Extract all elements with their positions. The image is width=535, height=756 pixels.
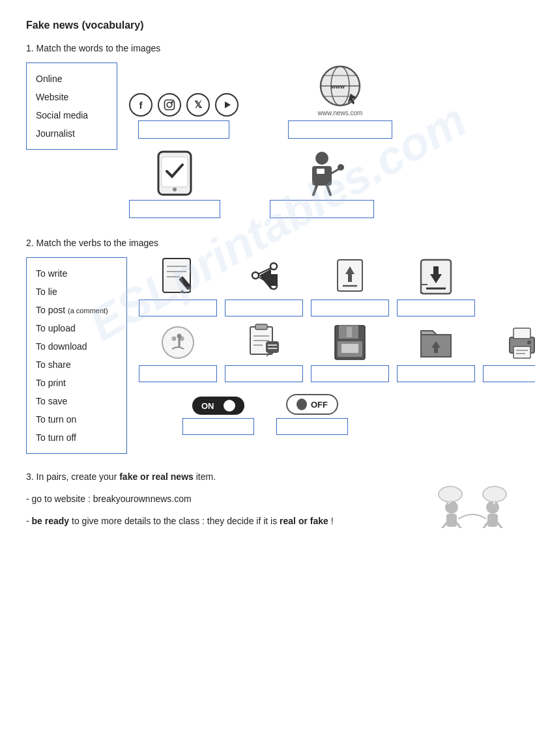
verbs-box: To write To lie To post (a comment) To u… [26,257,127,454]
section2-content: To write To lie To post (a comment) To u… [26,257,509,454]
vocab-item-4: Journalist [36,124,108,143]
post-icon [246,323,282,362]
answer-save[interactable] [311,365,389,382]
svg-point-41 [171,337,176,341]
folder-download-cell [397,323,475,382]
svg-line-74 [484,523,487,528]
svg-marker-3 [225,102,231,109]
section3-step2: - be ready to give more details to the c… [26,514,424,529]
journalist-icon [299,150,345,196]
post-cell [225,323,303,382]
share-icon [246,257,282,296]
verb-1: To write [36,264,117,283]
answer-upload[interactable] [311,300,389,316]
verb-images: ON OFF [139,257,535,454]
answer-online[interactable] [129,200,220,218]
vocab-item-3: Social media [36,106,108,124]
lie-cell [139,323,217,382]
save-cell [311,323,389,382]
svg-rect-58 [341,344,358,353]
phone-icon [155,150,194,196]
svg-point-40 [162,327,194,358]
svg-point-27 [252,272,259,279]
toggle-off-cell: OFF [276,394,348,435]
verb-8: To save [36,392,117,410]
answer-website[interactable] [288,120,392,139]
section3-instruction: 3. In pairs, create your fake or real ne… [26,469,424,485]
answer-share[interactable] [225,300,303,316]
svg-point-28 [270,263,277,270]
answer-folder[interactable] [397,365,475,382]
svg-point-14 [315,152,328,165]
svg-point-65 [527,341,531,344]
svg-point-13 [173,188,177,191]
section3-inner: 3. In pairs, create your fake or real ne… [26,469,509,535]
upload-cell [311,257,389,316]
svg-point-76 [483,486,506,502]
answer-download[interactable] [397,300,475,316]
download-icon [418,257,454,296]
off-label: OFF [311,400,328,410]
img-row-1: f 𝕏 [129,63,509,139]
share-cell [225,257,303,316]
svg-rect-61 [513,328,530,339]
svg-point-44 [177,334,181,339]
verb-6: To share [36,356,117,374]
verb-5: To download [36,337,117,356]
vocab-item-2: Website [36,88,108,106]
svg-rect-67 [446,514,457,527]
verb-3-note: (a comment) [68,307,108,315]
answer-write[interactable] [139,300,217,316]
verb-2: To lie [36,283,117,301]
bold-real-or-fake: real or fake [280,516,328,526]
globe-icon: www [317,63,364,109]
page-title: Fake news (vocabulary) [26,20,509,31]
answer-journalist[interactable] [270,200,374,218]
folder-download-icon [418,323,454,362]
verb-3: To post (a comment) [36,301,117,319]
svg-point-1 [167,102,172,107]
people-talking-icon [437,469,509,528]
answer-social-media[interactable] [138,120,229,139]
vocab-item-1: Online [36,70,108,88]
verb-row-2 [139,323,535,382]
save-icon [332,323,368,362]
print-cell [483,323,535,382]
lie-icon [160,323,196,362]
svg-rect-50 [266,341,279,353]
answer-post[interactable] [225,365,303,382]
answer-lie[interactable] [139,365,217,382]
section3-text: 3. In pairs, create your fake or real ne… [26,469,424,535]
toggle-on-cell: ON [182,397,254,435]
svg-text:www: www [330,83,345,90]
facebook-icon: f [129,93,152,117]
svg-rect-16 [317,169,325,174]
on-label: ON [201,401,214,411]
answer-print[interactable] [483,365,535,382]
section1-content: Online Website Social media Journalist f… [26,63,509,218]
vocab-box: Online Website Social media Journalist [26,63,117,150]
svg-line-69 [457,523,461,528]
verb-10: To turn off [36,428,117,447]
toggle-circle-on [224,400,235,412]
section3: 3. In pairs, create your fake or real ne… [26,469,509,535]
svg-point-18 [338,164,344,171]
journalist-cell [270,150,374,218]
section2-instruction: 2. Match the verbs to the images [26,238,509,248]
verb-4: To upload [36,319,117,337]
write-icon [160,257,196,296]
answer-turn-on[interactable] [182,418,254,435]
www-label: www.news.com [318,109,363,117]
download-cell [397,257,475,316]
people-illustration [437,469,509,528]
img-row-2 [129,150,509,218]
section3-step1: - go to website : breakyourownnews.com [26,492,424,507]
social-media-cell: f 𝕏 [129,93,239,139]
toggle-off-icon: OFF [286,394,338,415]
phone-cell [129,150,220,218]
write-cell [139,257,217,316]
website-cell: www www.news.com [288,63,392,139]
answer-turn-off[interactable] [276,418,348,435]
svg-line-19 [313,186,317,195]
print-icon [504,323,536,362]
